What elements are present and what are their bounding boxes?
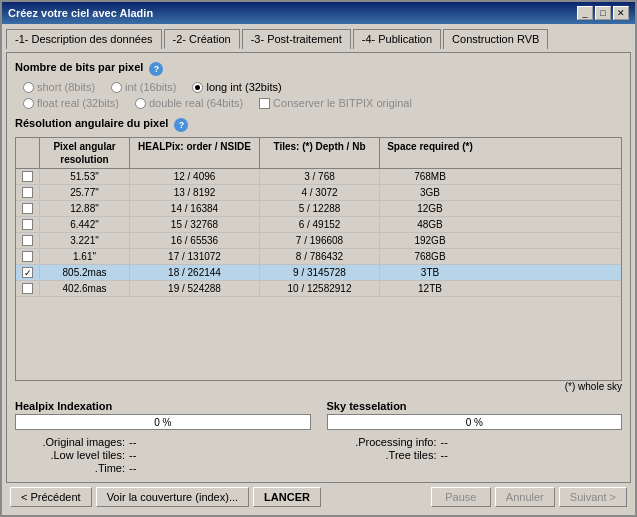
- radio-short: short (8bits): [23, 81, 95, 93]
- row-space: 12GB: [380, 201, 480, 216]
- tab-description[interactable]: -1- Description des données: [6, 29, 162, 49]
- radio-longint: long int (32bits): [192, 81, 281, 93]
- row-space: 192GB: [380, 233, 480, 248]
- resolution-title-text: Résolution angulaire du pixel: [15, 117, 168, 129]
- row-resolution: 12.88": [40, 201, 130, 216]
- checkbox-bitpix: Conserver le BITPIX original: [259, 97, 412, 109]
- tab-publication[interactable]: -4- Publication: [353, 29, 441, 49]
- info-time: .Time: --: [15, 462, 311, 474]
- row-healpix: 13 / 8192: [130, 185, 260, 200]
- precedent-button[interactable]: < Précédent: [10, 487, 92, 507]
- row-checkbox-cell[interactable]: [16, 217, 40, 232]
- time-value: --: [129, 462, 136, 474]
- title-bar: Créez votre ciel avec Aladin _ □ ✕: [2, 2, 635, 24]
- row-checkbox-cell[interactable]: [16, 185, 40, 200]
- lancer-button[interactable]: LANCER: [253, 487, 321, 507]
- row-healpix: 18 / 262144: [130, 265, 260, 280]
- processing-value: --: [441, 436, 448, 448]
- row-tiles: 8 / 786432: [260, 249, 380, 264]
- row-space: 768MB: [380, 169, 480, 184]
- processing-label: .Processing info:: [327, 436, 437, 448]
- row-tiles: 6 / 49152: [260, 217, 380, 232]
- row-checkbox[interactable]: [22, 171, 33, 182]
- radio-short-circle[interactable]: [23, 82, 34, 93]
- maximize-button[interactable]: □: [595, 6, 611, 20]
- row-checkbox[interactable]: ✓: [22, 267, 33, 278]
- tab-posttraitement[interactable]: -3- Post-traitement: [242, 29, 351, 49]
- table-body[interactable]: 51.53"12 / 40963 / 768768MB25.77"13 / 81…: [16, 169, 621, 380]
- tree-tiles-value: --: [441, 449, 448, 461]
- table-row[interactable]: 25.77"13 / 81924 / 30723GB: [16, 185, 621, 201]
- row-resolution: 51.53": [40, 169, 130, 184]
- info-tree-tiles: .Tree tiles: --: [327, 449, 623, 461]
- row-tiles: 4 / 3072: [260, 185, 380, 200]
- sky-label: Sky tesselation: [327, 400, 623, 412]
- row-checkbox-cell[interactable]: [16, 249, 40, 264]
- voir-couverture-button[interactable]: Voir la couverture (index)...: [96, 487, 249, 507]
- bits-help-icon[interactable]: ?: [149, 62, 163, 76]
- tab-construction[interactable]: Construction RVB: [443, 29, 548, 49]
- row-checkbox-cell[interactable]: [16, 281, 40, 296]
- radio-longint-circle[interactable]: [192, 82, 203, 93]
- row-checkbox-cell[interactable]: [16, 201, 40, 216]
- minimize-button[interactable]: _: [577, 6, 593, 20]
- row-resolution: 6.442": [40, 217, 130, 232]
- low-level-label: .Low level tiles:: [15, 449, 125, 461]
- table-row[interactable]: 6.442"15 / 327686 / 4915248GB: [16, 217, 621, 233]
- row-tiles: 10 / 12582912: [260, 281, 380, 296]
- healpix-label: Healpix Indexation: [15, 400, 311, 412]
- row-checkbox[interactable]: [22, 219, 33, 230]
- suivant-button[interactable]: Suivant >: [559, 487, 627, 507]
- row-space: 48GB: [380, 217, 480, 232]
- row-resolution: 25.77": [40, 185, 130, 200]
- th-tiles: Tiles: (*) Depth / Nb: [260, 138, 380, 168]
- sky-pct: 0 %: [466, 417, 483, 428]
- row-checkbox[interactable]: [22, 283, 33, 294]
- row-checkbox[interactable]: [22, 187, 33, 198]
- title-bar-buttons: _ □ ✕: [577, 6, 629, 20]
- table-row[interactable]: ✓805.2mas18 / 2621449 / 31457283TB: [16, 265, 621, 281]
- tree-tiles-label: .Tree tiles:: [327, 449, 437, 461]
- row-checkbox[interactable]: [22, 251, 33, 262]
- pause-button[interactable]: Pause: [431, 487, 491, 507]
- info-low-level: .Low level tiles: --: [15, 449, 311, 461]
- row-tiles: 7 / 196608: [260, 233, 380, 248]
- radio-doublereal: double real (64bits): [135, 97, 243, 109]
- resolution-title: Résolution angulaire du pixel ?: [15, 117, 622, 133]
- whole-sky-note: (*) whole sky: [15, 381, 622, 392]
- th-healpix: HEALPix: order / NSIDE: [130, 138, 260, 168]
- row-checkbox-cell[interactable]: ✓: [16, 265, 40, 280]
- checkbox-bitpix-box[interactable]: [259, 98, 270, 109]
- sky-progress-bar: 0 %: [327, 414, 623, 430]
- radio-floatreal: float real (32bits): [23, 97, 119, 109]
- table-row[interactable]: 3.221"16 / 655367 / 196608192GB: [16, 233, 621, 249]
- info-processing: .Processing info: --: [327, 436, 623, 448]
- bits-title: Nombre de bits par pixel: [15, 61, 143, 73]
- radio-floatreal-circle[interactable]: [23, 98, 34, 109]
- progress-section: Healpix Indexation 0 % Sky tesselation 0…: [15, 400, 622, 474]
- tab-creation[interactable]: -2- Création: [164, 29, 240, 49]
- row-resolution: 1.61": [40, 249, 130, 264]
- healpix-progress-item: Healpix Indexation 0 %: [15, 400, 311, 430]
- row-checkbox[interactable]: [22, 203, 33, 214]
- table-row[interactable]: 402.6mas19 / 52428810 / 1258291212TB: [16, 281, 621, 297]
- bottom-buttons: < Précédent Voir la couverture (index)..…: [6, 487, 631, 511]
- th-checkbox: [16, 138, 40, 168]
- table-row[interactable]: 1.61"17 / 1310728 / 786432768GB: [16, 249, 621, 265]
- radio-doublereal-circle[interactable]: [135, 98, 146, 109]
- row-checkbox-cell[interactable]: [16, 233, 40, 248]
- row-checkbox-cell[interactable]: [16, 169, 40, 184]
- btn-group-left: < Précédent Voir la couverture (index)..…: [10, 487, 321, 507]
- progress-row: Healpix Indexation 0 % Sky tesselation 0…: [15, 400, 622, 430]
- table-row[interactable]: 12.88"14 / 163845 / 1228812GB: [16, 201, 621, 217]
- annuler-button[interactable]: Annuler: [495, 487, 555, 507]
- row-checkbox[interactable]: [22, 235, 33, 246]
- row-resolution: 805.2mas: [40, 265, 130, 280]
- tab-bar: -1- Description des données -2- Création…: [6, 28, 631, 48]
- row-resolution: 402.6mas: [40, 281, 130, 296]
- table-row[interactable]: 51.53"12 / 40963 / 768768MB: [16, 169, 621, 185]
- resolution-help-icon[interactable]: ?: [174, 118, 188, 132]
- close-button[interactable]: ✕: [613, 6, 629, 20]
- btn-group-right: Pause Annuler Suivant >: [431, 487, 627, 507]
- radio-int-circle[interactable]: [111, 82, 122, 93]
